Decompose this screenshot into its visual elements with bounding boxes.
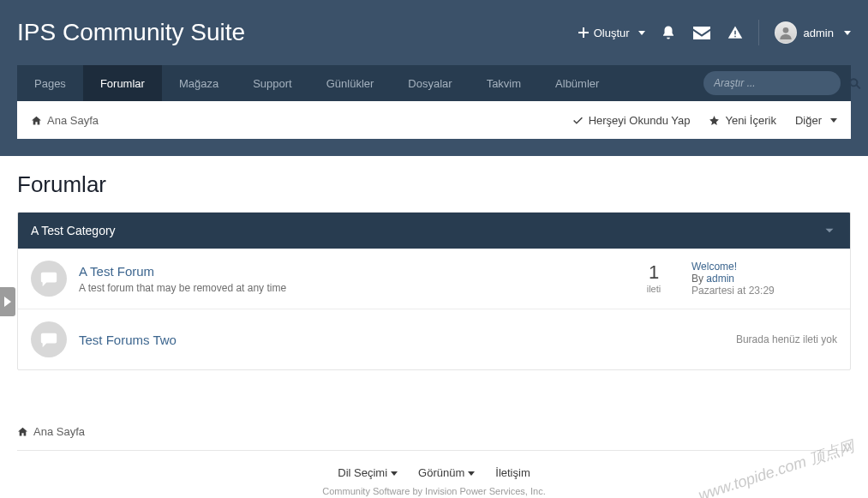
nav-magaza[interactable]: Mağaza: [162, 65, 236, 101]
forum-title-link[interactable]: Test Forums Two: [79, 333, 177, 347]
header-icons: [661, 25, 743, 40]
search-box[interactable]: [703, 71, 841, 95]
speech-bubble-icon: [31, 321, 67, 357]
breadcrumb-home-label: Ana Sayfa: [33, 425, 85, 438]
forum-row: A Test Forum A test forum that may be re…: [18, 249, 850, 309]
language-select[interactable]: Dil Seçimi: [338, 466, 398, 479]
forum-category: A Test Category A Test Forum A test foru…: [17, 212, 851, 370]
header-right: Oluştur admin: [578, 20, 851, 45]
breadcrumb-home-label: Ana Sayfa: [47, 114, 99, 127]
divider: [758, 20, 759, 45]
nav-forumlar[interactable]: Forumlar: [83, 65, 162, 101]
nav-wrap: Pages Forumlar Mağaza Support Günlükler …: [0, 65, 868, 101]
star-icon: [709, 115, 720, 126]
create-label: Oluştur: [594, 27, 630, 39]
new-content-label: Yeni İçerik: [725, 114, 776, 127]
view-select[interactable]: Görünüm: [418, 466, 475, 479]
forum-description: A test forum that may be removed at any …: [79, 282, 616, 294]
alerts-icon[interactable]: [727, 25, 743, 40]
mark-all-read[interactable]: Herşeyi Okundu Yap: [572, 114, 691, 127]
svg-point-0: [782, 27, 788, 33]
footer-links: Dil Seçimi Görünüm İletişim: [17, 466, 851, 479]
more-dropdown[interactable]: Diğer: [795, 114, 837, 127]
nav-albumler[interactable]: Albümler: [538, 65, 616, 101]
chevron-right-icon: [4, 297, 11, 307]
search-input[interactable]: [714, 77, 843, 89]
check-icon: [572, 115, 584, 126]
more-label: Diğer: [795, 114, 822, 127]
forum-main: Test Forums Two: [79, 333, 724, 347]
create-button[interactable]: Oluştur: [578, 27, 645, 39]
contact-link[interactable]: İletişim: [495, 466, 530, 479]
category-header[interactable]: A Test Category: [18, 213, 850, 249]
site-title[interactable]: IPS Community Suite: [17, 19, 245, 46]
category-title: A Test Category: [31, 224, 116, 237]
by-prefix: By: [691, 273, 703, 285]
home-icon: [31, 115, 42, 126]
notifications-icon[interactable]: [661, 25, 676, 40]
nav-gunlukler[interactable]: Günlükler: [309, 65, 392, 101]
footer: Dil Seçimi Görünüm İletişim Community So…: [17, 451, 851, 498]
last-post-title[interactable]: Welcome!: [691, 261, 737, 273]
user-menu[interactable]: admin: [775, 21, 851, 44]
messages-icon[interactable]: [693, 27, 710, 39]
mark-read-label: Herşeyi Okundu Yap: [589, 114, 691, 127]
plus-icon: [578, 27, 589, 38]
user-name: admin: [804, 27, 834, 39]
forum-row: Test Forums Two Burada henüz ileti yok: [18, 309, 850, 369]
nav-pages[interactable]: Pages: [17, 65, 83, 101]
home-icon: [17, 426, 28, 437]
main-nav: Pages Forumlar Mağaza Support Günlükler …: [17, 65, 851, 101]
nav-takvim[interactable]: Takvim: [470, 65, 538, 101]
empty-state-text: Burada henüz ileti yok: [736, 333, 837, 345]
last-post-author[interactable]: admin: [706, 273, 734, 285]
search-icon[interactable]: [848, 77, 861, 90]
tools-right: Herşeyi Okundu Yap Yeni İçerik Diğer: [572, 114, 837, 127]
breadcrumb-home-bottom[interactable]: Ana Sayfa: [17, 425, 851, 438]
forum-stats: 1 ileti: [628, 263, 679, 294]
forum-main: A Test Forum A test forum that may be re…: [79, 264, 616, 294]
new-content[interactable]: Yeni İçerik: [709, 114, 776, 127]
forum-last-post: Welcome! By admin Pazartesi at 23:29: [691, 261, 837, 297]
chevron-down-icon[interactable]: [822, 223, 837, 238]
last-post-by: By admin: [691, 273, 837, 285]
forum-title-link[interactable]: A Test Forum: [79, 264, 154, 279]
page-title: Forumlar: [17, 171, 851, 198]
tools-wrap: Ana Sayfa Herşeyi Okundu Yap Yeni İçerik…: [0, 101, 868, 156]
avatar: [775, 21, 797, 44]
main-content: Forumlar A Test Category A Test Forum A …: [0, 171, 868, 498]
footer-copyright: Community Software by Invision Power Ser…: [17, 486, 851, 496]
side-drawer-toggle[interactable]: [0, 287, 15, 316]
tools-row: Ana Sayfa Herşeyi Okundu Yap Yeni İçerik…: [17, 101, 851, 139]
last-post-time: Pazartesi at 23:29: [691, 285, 837, 297]
header-bar: IPS Community Suite Oluştur admin: [0, 0, 868, 65]
posts-count: 1: [628, 263, 679, 282]
breadcrumb-home[interactable]: Ana Sayfa: [31, 114, 99, 127]
posts-label: ileti: [628, 284, 679, 294]
bottom-breadcrumb: Ana Sayfa: [17, 413, 851, 451]
speech-bubble-icon: [31, 261, 67, 297]
nav-dosyalar[interactable]: Dosyalar: [391, 65, 469, 101]
nav-support[interactable]: Support: [236, 65, 309, 101]
